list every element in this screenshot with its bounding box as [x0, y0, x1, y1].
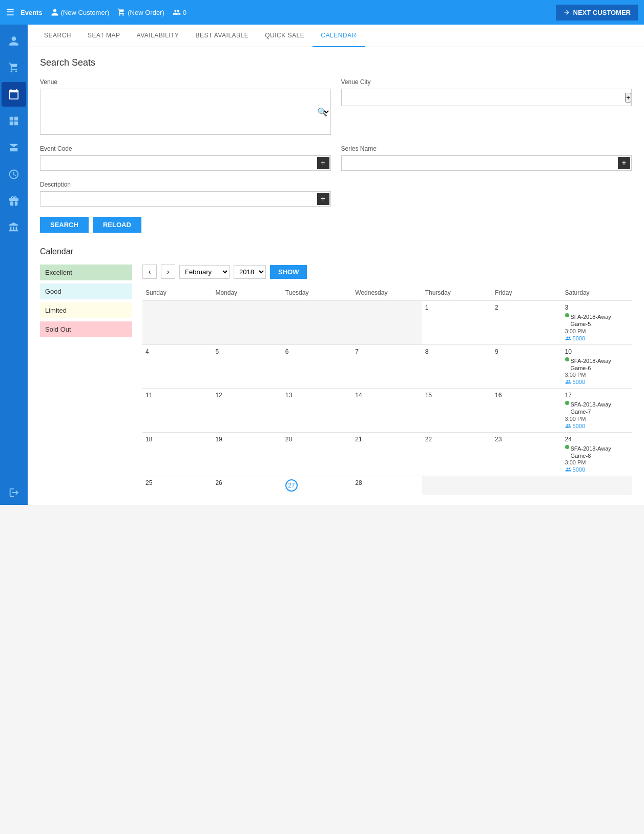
- cal-cell-14[interactable]: 14: [352, 389, 422, 433]
- event-capacity-17: 5000: [565, 423, 629, 429]
- store-sidebar-icon: [8, 142, 19, 153]
- cal-day-17: 17: [565, 392, 629, 399]
- search-button[interactable]: SEARCH: [40, 217, 89, 233]
- series-name-plus-btn[interactable]: +: [618, 157, 630, 169]
- cal-day-9: 9: [495, 348, 558, 355]
- venue-label: Venue: [40, 78, 331, 86]
- cal-cell-18[interactable]: 18: [142, 432, 212, 476]
- venue-select[interactable]: [40, 89, 330, 134]
- series-name-input[interactable]: [342, 156, 617, 170]
- sidebar-item-grid[interactable]: [2, 109, 26, 133]
- cal-cell-1[interactable]: 1: [422, 301, 492, 345]
- event-code-plus-btn[interactable]: +: [317, 157, 329, 169]
- sidebar-item-calendar[interactable]: [2, 82, 26, 107]
- legend-good: Good: [40, 283, 132, 299]
- event-dot-17: [565, 401, 569, 405]
- cal-cell-3[interactable]: 3 SFA-2018-Away Game-5 3:00 PM: [562, 301, 632, 345]
- cal-cell-8[interactable]: 8: [422, 344, 492, 389]
- venue-city-input[interactable]: [342, 91, 626, 105]
- event-code-input[interactable]: [40, 156, 316, 170]
- sidebar-item-store[interactable]: [2, 135, 26, 160]
- grid-sidebar-icon: [8, 115, 19, 127]
- col-saturday: Saturday: [562, 285, 632, 301]
- sidebar-item-user[interactable]: [2, 29, 26, 53]
- tab-calendar[interactable]: CALENDAR: [313, 25, 364, 47]
- month-select[interactable]: January February March April May June Ju…: [179, 265, 230, 279]
- cal-cell-6[interactable]: 6: [282, 344, 352, 389]
- legend-excellent: Excellent: [40, 265, 132, 280]
- queue-item[interactable]: 0: [173, 8, 186, 16]
- cal-event-10[interactable]: SFA-2018-Away Game-6 3:00 PM 5000: [565, 357, 629, 385]
- cal-cell-25[interactable]: 25: [142, 476, 212, 495]
- description-input[interactable]: [40, 192, 316, 206]
- logout-sidebar-icon: [8, 487, 19, 498]
- cal-cell-10[interactable]: 10 SFA-2018-Away Game-6 3:00 PM: [562, 344, 632, 389]
- cal-event-3[interactable]: SFA-2018-Away Game-5 3:00 PM 5000: [565, 313, 629, 341]
- cal-day-5: 5: [215, 348, 279, 355]
- event-time-17: 3:00 PM: [565, 416, 629, 422]
- sidebar-item-gift[interactable]: [2, 189, 26, 213]
- cal-event-24[interactable]: SFA-2018-Away Game-8 3:00 PM 5000: [565, 445, 629, 473]
- cal-cell-11[interactable]: 11: [142, 389, 212, 433]
- prev-month-button[interactable]: ‹: [142, 265, 157, 279]
- cal-cell-23[interactable]: 23: [492, 432, 562, 476]
- cal-cell-13[interactable]: 13: [282, 389, 352, 433]
- menu-icon[interactable]: ☰: [6, 7, 14, 18]
- description-plus-btn[interactable]: +: [317, 193, 329, 205]
- tab-best-available[interactable]: BEST AVAILABLE: [188, 25, 257, 47]
- venue-city-plus-btn[interactable]: +: [625, 93, 631, 103]
- cal-day-10: 10: [565, 348, 629, 355]
- cal-cell-16[interactable]: 16: [492, 389, 562, 433]
- cal-cell-17[interactable]: 17 SFA-2018-Away Game-7 3:00 PM: [562, 389, 632, 433]
- description-group: Description +: [40, 181, 331, 207]
- cal-cell-27[interactable]: 27: [282, 476, 352, 495]
- cal-cell-21[interactable]: 21: [352, 432, 422, 476]
- customer-item[interactable]: (New Customer): [51, 8, 110, 16]
- cal-cell-19[interactable]: 19: [212, 432, 282, 476]
- legend-soldout: Sold Out: [40, 321, 132, 337]
- cal-cell-15[interactable]: 15: [422, 389, 492, 433]
- tab-search[interactable]: SEARCH: [36, 25, 79, 47]
- series-name-group: Series Name +: [341, 145, 632, 171]
- cal-day-28: 28: [355, 479, 419, 486]
- tab-availability[interactable]: AVAILABILITY: [129, 25, 188, 47]
- cal-cell-22[interactable]: 22: [422, 432, 492, 476]
- next-month-button[interactable]: ›: [161, 265, 175, 279]
- app-layout: SEARCH SEAT MAP AVAILABILITY BEST AVAILA…: [0, 25, 644, 505]
- next-customer-button[interactable]: NEXT CUSTOMER: [556, 5, 638, 21]
- show-button[interactable]: SHOW: [270, 265, 307, 279]
- cal-cell-9[interactable]: 9: [492, 344, 562, 389]
- col-wednesday: Wednesday: [352, 285, 422, 301]
- cal-cell-empty-7: [562, 476, 632, 495]
- cal-cell-12[interactable]: 12: [212, 389, 282, 433]
- sidebar-item-bank[interactable]: [2, 215, 26, 240]
- cal-day-15: 15: [425, 392, 489, 399]
- cal-day-4: 4: [146, 348, 209, 355]
- order-item[interactable]: (New Order): [117, 8, 164, 16]
- cal-row-4: 18 19 20 21 22 23 24: [142, 432, 632, 476]
- year-select[interactable]: 2016 2017 2018 2019 2020: [234, 265, 266, 279]
- cal-cell-7[interactable]: 7: [352, 344, 422, 389]
- user-icon: [51, 8, 59, 16]
- cal-event-17[interactable]: SFA-2018-Away Game-7 3:00 PM 5000: [565, 401, 629, 429]
- sidebar-item-clock[interactable]: [2, 162, 26, 187]
- cal-cell-20[interactable]: 20: [282, 432, 352, 476]
- main-content: SEARCH SEAT MAP AVAILABILITY BEST AVAILA…: [28, 25, 644, 505]
- col-thursday: Thursday: [422, 285, 492, 301]
- cal-cell-empty-1: [142, 301, 212, 345]
- col-monday: Monday: [212, 285, 282, 301]
- cal-day-21: 21: [355, 436, 419, 443]
- tab-seat-map[interactable]: SEAT MAP: [79, 25, 129, 47]
- sidebar-item-logout[interactable]: [2, 480, 26, 505]
- cal-cell-4[interactable]: 4: [142, 344, 212, 389]
- cal-cell-5[interactable]: 5: [212, 344, 282, 389]
- sidebar-item-cart[interactable]: [2, 55, 26, 80]
- cal-day-11: 11: [146, 392, 209, 399]
- venue-city-group: Venue City +: [341, 78, 632, 135]
- cal-cell-28[interactable]: 28: [352, 476, 422, 495]
- cal-cell-24[interactable]: 24 SFA-2018-Away Game-8 3:00 PM: [562, 432, 632, 476]
- reload-button[interactable]: RELOAD: [93, 217, 141, 233]
- cal-cell-2[interactable]: 2: [492, 301, 562, 345]
- tab-quick-sale[interactable]: QUICK SALE: [257, 25, 313, 47]
- cal-cell-26[interactable]: 26: [212, 476, 282, 495]
